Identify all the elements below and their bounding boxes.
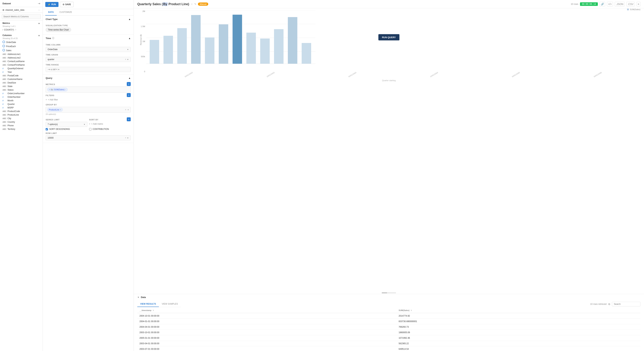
columns-toggle[interactable]: ▲ [38, 34, 40, 36]
list-item[interactable]: ABC CustomerName [0, 78, 42, 81]
json-export-btn[interactable]: .JSON [615, 2, 624, 6]
list-item[interactable]: ABC Country [0, 120, 42, 124]
col-header-sumsales[interactable]: SUM(Sales) ⇅ [396, 308, 640, 313]
list-item[interactable]: ABC Phone [0, 124, 42, 127]
sort-desc-row: SORT DESCENDING [46, 128, 87, 130]
tab-data[interactable]: DATA [45, 9, 57, 16]
chart-type-collapse-icon: ▲ [128, 18, 131, 20]
run-button[interactable]: ⚡ RUN [45, 2, 58, 7]
col-type-label: # [2, 92, 6, 94]
search-input[interactable] [2, 14, 41, 19]
list-item[interactable]: ABC ContactFirstName [0, 63, 42, 67]
row-limit-value: 10000 [48, 136, 54, 139]
list-item[interactable]: ABC AddressLine1 [0, 52, 42, 56]
col-name: ContactLastName [8, 60, 24, 62]
cell-sumsales: 1860005.09 [396, 330, 640, 335]
list-item[interactable]: # MSRP [0, 106, 42, 110]
col-type-label: ABC [2, 114, 6, 116]
table-scroll[interactable]: __timestamp ⇅ SUM(Sales) ⇅ 2004-10-01 00… [137, 308, 640, 351]
add-metric-sort[interactable]: + + Add metric [89, 122, 131, 126]
save-label: SAVE [65, 3, 71, 6]
header-actions: 10 rows 00:00:00.14 🔗 </> .JSON .CSV ≡ [571, 2, 640, 6]
clear-group-icon[interactable]: × [125, 108, 126, 111]
series-limit-col: SERIES LIMIT 7 option(s) ▼ [46, 117, 87, 127]
save-button[interactable]: ⊙ SAVE [60, 2, 74, 7]
clear-row-limit-icon[interactable]: × [125, 136, 126, 139]
col-type-label: ABC [2, 86, 6, 88]
list-item[interactable]: PriceEach [0, 44, 42, 48]
tab-view-samples[interactable]: VIEW SAMPLES [159, 301, 181, 307]
metrics-label: METRICS [46, 83, 55, 86]
col-type-label: ABC [2, 75, 6, 77]
remove-metric-icon[interactable]: × [49, 88, 50, 90]
edit-icon[interactable]: ✎ [194, 3, 196, 6]
bar-11 [288, 17, 297, 64]
list-item[interactable]: # OrderNumber [0, 95, 42, 99]
run-query-button[interactable]: RUN QUERY [378, 34, 400, 40]
list-item[interactable]: ABC ProductCode [0, 110, 42, 113]
chart-type-header[interactable]: Chart Type ▲ [43, 16, 134, 23]
list-item[interactable]: ABC State [0, 84, 42, 88]
table-search-input[interactable] [612, 302, 640, 306]
series-limit-select[interactable]: 7 option(s) ▼ [46, 122, 87, 127]
metric-expand-icon[interactable]: › [65, 88, 66, 90]
add-filter-btn[interactable]: + [127, 93, 131, 97]
sort-icon-timestamp: ⇅ [152, 310, 154, 312]
list-item[interactable]: ABC Status [0, 88, 42, 92]
list-item[interactable]: # Year [0, 70, 42, 74]
list-item[interactable]: ABC Territory [0, 127, 42, 131]
link-icon[interactable]: 🔗 [600, 2, 605, 6]
metric-item[interactable]: f COUNT(*) ? [0, 28, 42, 32]
list-item[interactable]: # OrderLineNumber [0, 92, 42, 95]
star-icon[interactable]: ☆ [190, 3, 193, 6]
time-grain-select[interactable]: quarter × ▼ [46, 57, 131, 62]
list-item[interactable]: ABC City [0, 117, 42, 120]
collapse-sidebar-icon[interactable]: ⇥ [38, 2, 40, 5]
list-item[interactable]: ABC AddressLine2 [0, 56, 42, 60]
csv-export-btn[interactable]: .CSV [626, 2, 635, 6]
list-item[interactable]: ABC PostalCode [0, 74, 42, 78]
col-type-label: ABC [2, 60, 6, 62]
viz-badge[interactable]: Time-series Bar Chart [46, 28, 71, 32]
tab-view-results[interactable]: VIEW RESULTS [137, 301, 159, 307]
list-item[interactable]: OrderDate [0, 40, 42, 44]
copy-icon[interactable]: ⧉ [608, 303, 610, 306]
code-icon[interactable]: </> [607, 2, 613, 6]
tab-customize[interactable]: CUSTOMIZE [57, 9, 75, 16]
more-options-icon[interactable]: ≡ [636, 2, 640, 6]
list-item[interactable]: ABC DealSize [0, 81, 42, 84]
remove-group-icon[interactable]: × [60, 108, 61, 111]
list-item[interactable]: # QuantityOrdered [0, 67, 42, 70]
sort-desc-checkbox[interactable] [46, 128, 48, 130]
col-type-label: ABC [2, 53, 6, 55]
time-range-value[interactable]: −∞ ≤ col < ∞ [46, 67, 131, 72]
list-item[interactable]: # Quarter [0, 102, 42, 106]
add-metric-btn[interactable]: + [127, 82, 131, 86]
dataset-more-icon[interactable]: ··· [38, 8, 40, 11]
add-filter-label: + Add filter [48, 98, 58, 101]
add-sort-btn[interactable]: + [127, 117, 131, 121]
col-name: Phone [8, 124, 14, 127]
clear-icon[interactable]: × [125, 58, 126, 61]
list-item[interactable]: ABC ProductLine [0, 113, 42, 117]
col-header-timestamp[interactable]: __timestamp ⇅ [137, 308, 396, 313]
metric-tag-label: SUM(Sales) [54, 88, 64, 90]
metrics-toggle[interactable]: ▲ [38, 22, 40, 24]
list-item[interactable]: Sales [0, 48, 42, 52]
chevron-down-icon: ▼ [127, 48, 129, 50]
data-collapse-icon[interactable]: ▼ [137, 296, 140, 298]
scrollbar-thumb[interactable] [382, 292, 387, 293]
time-title: Time ⓘ [46, 37, 54, 40]
contribution-checkbox[interactable] [89, 128, 92, 130]
col-name: CustomerName [8, 78, 22, 80]
time-section-header[interactable]: Time ⓘ ▲ [43, 34, 134, 42]
row-limit-select[interactable]: 10000 × ▼ [46, 135, 131, 140]
query-section-header[interactable]: Query ▲ [43, 74, 134, 82]
list-item[interactable]: ABC ContactLastName [0, 60, 42, 63]
bar-7 [232, 14, 242, 64]
col-type-label: # [2, 103, 6, 105]
time-col-select[interactable]: OrderDate ▼ [46, 47, 131, 52]
list-item[interactable]: # Month [0, 99, 42, 102]
scrollbar-track[interactable] [382, 292, 396, 293]
add-filter-row[interactable]: + + Add filter [46, 98, 131, 102]
